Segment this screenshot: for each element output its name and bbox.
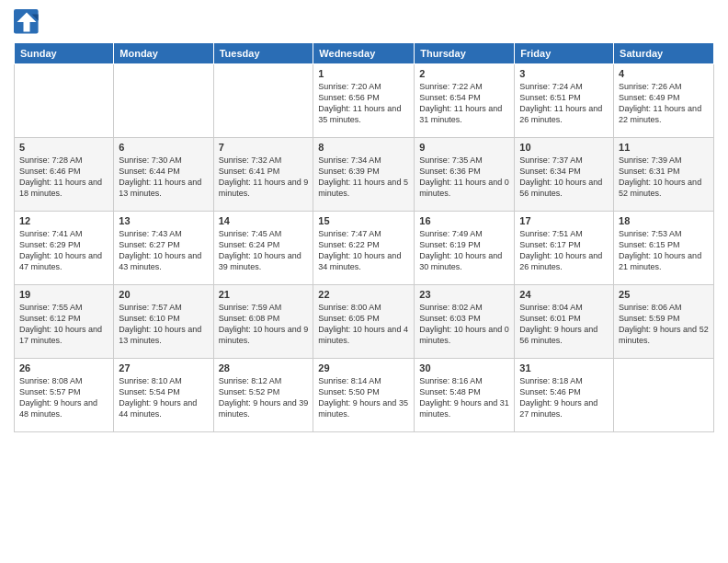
col-header-tuesday: Tuesday xyxy=(213,43,313,64)
calendar-cell: 21Sunrise: 7:59 AM Sunset: 6:08 PM Dayli… xyxy=(213,285,313,359)
day-number: 4 xyxy=(619,68,709,79)
day-info: Sunrise: 8:08 AM Sunset: 5:57 PM Dayligh… xyxy=(19,375,108,420)
week-row-1: 1Sunrise: 7:20 AM Sunset: 6:56 PM Daylig… xyxy=(15,64,714,138)
day-info: Sunrise: 8:00 AM Sunset: 6:05 PM Dayligh… xyxy=(318,302,409,347)
calendar-cell: 29Sunrise: 8:14 AM Sunset: 5:50 PM Dayli… xyxy=(313,359,415,432)
day-number: 24 xyxy=(519,289,609,300)
calendar-header-row: SundayMondayTuesdayWednesdayThursdayFrid… xyxy=(15,43,714,64)
calendar-cell xyxy=(15,64,114,138)
day-number: 6 xyxy=(119,142,208,153)
day-number: 22 xyxy=(318,289,409,300)
day-number: 26 xyxy=(19,362,108,373)
day-number: 17 xyxy=(519,215,609,226)
day-number: 29 xyxy=(318,362,409,373)
col-header-friday: Friday xyxy=(515,43,614,64)
day-info: Sunrise: 8:16 AM Sunset: 5:48 PM Dayligh… xyxy=(419,375,509,420)
day-number: 8 xyxy=(318,142,409,153)
day-info: Sunrise: 7:51 AM Sunset: 6:17 PM Dayligh… xyxy=(519,228,609,273)
day-info: Sunrise: 7:53 AM Sunset: 6:15 PM Dayligh… xyxy=(619,228,709,273)
day-number: 18 xyxy=(619,215,709,226)
calendar-cell: 25Sunrise: 8:06 AM Sunset: 5:59 PM Dayli… xyxy=(614,285,714,359)
calendar-cell: 31Sunrise: 8:18 AM Sunset: 5:46 PM Dayli… xyxy=(515,359,614,432)
col-header-wednesday: Wednesday xyxy=(313,43,415,64)
calendar-cell: 12Sunrise: 7:41 AM Sunset: 6:29 PM Dayli… xyxy=(15,212,114,285)
day-number: 1 xyxy=(318,68,409,79)
calendar-cell xyxy=(213,64,313,138)
calendar-cell: 23Sunrise: 8:02 AM Sunset: 6:03 PM Dayli… xyxy=(415,285,515,359)
day-info: Sunrise: 7:57 AM Sunset: 6:10 PM Dayligh… xyxy=(119,302,208,347)
col-header-sunday: Sunday xyxy=(15,43,114,64)
day-info: Sunrise: 7:34 AM Sunset: 6:39 PM Dayligh… xyxy=(318,155,409,200)
day-info: Sunrise: 7:22 AM Sunset: 6:54 PM Dayligh… xyxy=(419,81,509,126)
week-row-3: 12Sunrise: 7:41 AM Sunset: 6:29 PM Dayli… xyxy=(15,212,714,285)
calendar-cell: 11Sunrise: 7:39 AM Sunset: 6:31 PM Dayli… xyxy=(614,138,714,212)
day-info: Sunrise: 7:59 AM Sunset: 6:08 PM Dayligh… xyxy=(219,302,309,347)
day-number: 15 xyxy=(318,215,409,226)
day-number: 30 xyxy=(419,362,509,373)
day-number: 16 xyxy=(419,215,509,226)
day-info: Sunrise: 7:26 AM Sunset: 6:49 PM Dayligh… xyxy=(619,81,709,126)
calendar-cell: 26Sunrise: 8:08 AM Sunset: 5:57 PM Dayli… xyxy=(15,359,114,432)
day-number: 21 xyxy=(219,289,309,300)
day-info: Sunrise: 8:02 AM Sunset: 6:03 PM Dayligh… xyxy=(419,302,509,347)
calendar-cell: 20Sunrise: 7:57 AM Sunset: 6:10 PM Dayli… xyxy=(114,285,213,359)
calendar-cell: 10Sunrise: 7:37 AM Sunset: 6:34 PM Dayli… xyxy=(515,138,614,212)
calendar-cell: 24Sunrise: 8:04 AM Sunset: 6:01 PM Dayli… xyxy=(515,285,614,359)
day-number: 25 xyxy=(619,289,709,300)
calendar-cell: 18Sunrise: 7:53 AM Sunset: 6:15 PM Dayli… xyxy=(614,212,714,285)
calendar-cell: 2Sunrise: 7:22 AM Sunset: 6:54 PM Daylig… xyxy=(415,64,515,138)
day-info: Sunrise: 7:20 AM Sunset: 6:56 PM Dayligh… xyxy=(318,81,409,126)
day-number: 11 xyxy=(619,142,709,153)
day-number: 28 xyxy=(219,362,309,373)
day-info: Sunrise: 7:32 AM Sunset: 6:41 PM Dayligh… xyxy=(219,155,309,200)
week-row-2: 5Sunrise: 7:28 AM Sunset: 6:46 PM Daylig… xyxy=(15,138,714,212)
calendar-cell: 27Sunrise: 8:10 AM Sunset: 5:54 PM Dayli… xyxy=(114,359,213,432)
day-number: 12 xyxy=(19,215,108,226)
day-info: Sunrise: 8:18 AM Sunset: 5:46 PM Dayligh… xyxy=(519,375,609,420)
week-row-5: 26Sunrise: 8:08 AM Sunset: 5:57 PM Dayli… xyxy=(15,359,714,432)
logo-icon xyxy=(14,9,40,35)
calendar-cell: 30Sunrise: 8:16 AM Sunset: 5:48 PM Dayli… xyxy=(415,359,515,432)
calendar-cell: 5Sunrise: 7:28 AM Sunset: 6:46 PM Daylig… xyxy=(15,138,114,212)
day-number: 31 xyxy=(519,362,609,373)
day-info: Sunrise: 8:12 AM Sunset: 5:52 PM Dayligh… xyxy=(219,375,309,420)
day-info: Sunrise: 7:45 AM Sunset: 6:24 PM Dayligh… xyxy=(219,228,309,273)
day-info: Sunrise: 8:04 AM Sunset: 6:01 PM Dayligh… xyxy=(519,302,609,347)
day-number: 20 xyxy=(119,289,208,300)
day-info: Sunrise: 7:55 AM Sunset: 6:12 PM Dayligh… xyxy=(19,302,108,347)
calendar-cell: 17Sunrise: 7:51 AM Sunset: 6:17 PM Dayli… xyxy=(515,212,614,285)
day-number: 23 xyxy=(419,289,509,300)
calendar-cell: 13Sunrise: 7:43 AM Sunset: 6:27 PM Dayli… xyxy=(114,212,213,285)
calendar-cell: 1Sunrise: 7:20 AM Sunset: 6:56 PM Daylig… xyxy=(313,64,415,138)
calendar-cell xyxy=(614,359,714,432)
day-info: Sunrise: 7:39 AM Sunset: 6:31 PM Dayligh… xyxy=(619,155,709,200)
calendar-cell: 19Sunrise: 7:55 AM Sunset: 6:12 PM Dayli… xyxy=(15,285,114,359)
day-info: Sunrise: 7:49 AM Sunset: 6:19 PM Dayligh… xyxy=(419,228,509,273)
day-info: Sunrise: 8:14 AM Sunset: 5:50 PM Dayligh… xyxy=(318,375,409,420)
header xyxy=(14,9,714,35)
day-info: Sunrise: 7:28 AM Sunset: 6:46 PM Dayligh… xyxy=(19,155,108,200)
day-number: 13 xyxy=(119,215,208,226)
day-info: Sunrise: 7:37 AM Sunset: 6:34 PM Dayligh… xyxy=(519,155,609,200)
day-info: Sunrise: 7:30 AM Sunset: 6:44 PM Dayligh… xyxy=(119,155,208,200)
calendar-cell: 9Sunrise: 7:35 AM Sunset: 6:36 PM Daylig… xyxy=(415,138,515,212)
logo xyxy=(14,9,41,35)
day-number: 19 xyxy=(19,289,108,300)
calendar-cell: 4Sunrise: 7:26 AM Sunset: 6:49 PM Daylig… xyxy=(614,64,714,138)
week-row-4: 19Sunrise: 7:55 AM Sunset: 6:12 PM Dayli… xyxy=(15,285,714,359)
calendar-cell: 3Sunrise: 7:24 AM Sunset: 6:51 PM Daylig… xyxy=(515,64,614,138)
day-info: Sunrise: 8:06 AM Sunset: 5:59 PM Dayligh… xyxy=(619,302,709,347)
calendar-cell: 7Sunrise: 7:32 AM Sunset: 6:41 PM Daylig… xyxy=(213,138,313,212)
col-header-monday: Monday xyxy=(114,43,213,64)
day-number: 2 xyxy=(419,68,509,79)
day-number: 14 xyxy=(219,215,309,226)
calendar-cell: 14Sunrise: 7:45 AM Sunset: 6:24 PM Dayli… xyxy=(213,212,313,285)
day-info: Sunrise: 7:43 AM Sunset: 6:27 PM Dayligh… xyxy=(119,228,208,273)
day-number: 9 xyxy=(419,142,509,153)
calendar-cell: 6Sunrise: 7:30 AM Sunset: 6:44 PM Daylig… xyxy=(114,138,213,212)
day-number: 3 xyxy=(519,68,609,79)
day-info: Sunrise: 7:47 AM Sunset: 6:22 PM Dayligh… xyxy=(318,228,409,273)
day-info: Sunrise: 7:41 AM Sunset: 6:29 PM Dayligh… xyxy=(19,228,108,273)
page: SundayMondayTuesdayWednesdayThursdayFrid… xyxy=(0,0,728,563)
day-number: 10 xyxy=(519,142,609,153)
